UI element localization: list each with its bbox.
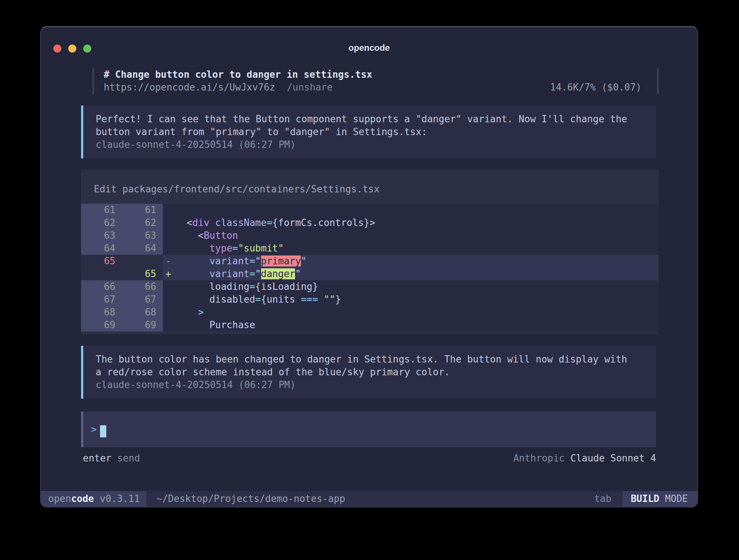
- assistant-message-meta: claude-sonnet-4-20250514 (06:27 PM): [96, 138, 656, 151]
- app-version-segment: opencodev0.3.11: [41, 491, 146, 507]
- minimize-window-icon[interactable]: [68, 45, 76, 53]
- mode-suffix: MODE: [659, 492, 688, 505]
- app-name-code: code: [71, 492, 94, 505]
- diff-row: 6262<div className={formCs.controls}>: [81, 216, 659, 229]
- send-hint: enter send: [83, 452, 140, 465]
- statusbar-spacer: [345, 491, 585, 507]
- status-bar: opencodev0.3.11 ~/Desktop/Projects/demo-…: [41, 491, 697, 507]
- edit-tool-header: Edit packages/frontend/src/containers/Se…: [81, 170, 659, 204]
- window-title: opencode: [348, 41, 390, 54]
- diff-row: 6868 >: [81, 306, 659, 319]
- edit-tool-label: Edit: [94, 184, 117, 195]
- enter-key-hint: enter: [83, 453, 111, 464]
- tab-key-hint[interactable]: tab: [585, 491, 621, 507]
- app-version: v0.3.11: [100, 492, 140, 505]
- diff-rows: 61616262<div className={formCs.controls}…: [81, 204, 659, 331]
- mode-name: BUILD: [631, 492, 659, 505]
- input-hints-row: enter send Anthropic Claude Sonnet 4: [83, 452, 656, 465]
- mode-segment[interactable]: BUILD MODE: [621, 491, 697, 507]
- zoom-window-icon[interactable]: [83, 45, 91, 53]
- traffic-lights: [53, 45, 91, 53]
- prompt-input[interactable]: >: [81, 411, 656, 447]
- diff-row: 65- variant="primary": [81, 255, 659, 268]
- token-usage: 14.6K/7% ($0.07): [550, 81, 657, 94]
- assistant-message-text: Perfect! I can see that the Button compo…: [96, 113, 656, 138]
- diff-row: 6767 disabled={units === ""}: [81, 293, 659, 306]
- diff-row: 6666 loading={isLoading}: [81, 280, 659, 293]
- titlebar: opencode: [41, 27, 697, 68]
- assistant-message: Perfect! I can see that the Button compo…: [81, 106, 656, 158]
- assistant-message-text: The button color has been changed to dan…: [96, 353, 656, 379]
- diff-row: 65+ variant="danger": [81, 268, 659, 280]
- share-url-link[interactable]: https://opencode.ai/s/UwJxv76z: [104, 82, 275, 93]
- session-subheader: https://opencode.ai/s/UwJxv76z/unshare 1…: [104, 81, 657, 94]
- session-view: # Change button color to danger in setti…: [81, 68, 659, 491]
- provider-label: Anthropic: [513, 453, 565, 464]
- session-title: # Change button color to danger in setti…: [104, 68, 657, 81]
- prompt-caret: >: [91, 423, 97, 436]
- app-name-open: open: [48, 492, 71, 505]
- model-label: Claude Sonnet 4: [570, 453, 656, 464]
- unshare-command[interactable]: /unshare: [287, 82, 333, 93]
- session-header: # Change button color to danger in setti…: [92, 68, 659, 94]
- share-line: https://opencode.ai/s/UwJxv76z/unshare: [104, 81, 333, 94]
- diff-row: 6363 <Button: [81, 229, 659, 242]
- diff-row: 6969 Purchase: [81, 319, 659, 331]
- text-cursor: [100, 425, 106, 437]
- working-directory: ~/Desktop/Projects/demo-notes-app: [146, 491, 345, 507]
- send-label: send: [117, 453, 140, 464]
- assistant-message: The button color has been changed to dan…: [81, 346, 656, 399]
- opencode-window: opencode # Change button color to danger…: [40, 26, 698, 507]
- assistant-message-meta: claude-sonnet-4-20250514 (06:27 PM): [96, 379, 656, 391]
- edit-tool-block: Edit packages/frontend/src/containers/Se…: [81, 170, 659, 334]
- model-indicator[interactable]: Anthropic Claude Sonnet 4: [513, 452, 656, 465]
- edit-tool-file: packages/frontend/src/containers/Setting…: [122, 184, 379, 195]
- close-window-icon[interactable]: [53, 45, 61, 53]
- diff-row: 6161: [81, 204, 659, 216]
- diff-row: 6464 type="submit": [81, 242, 659, 255]
